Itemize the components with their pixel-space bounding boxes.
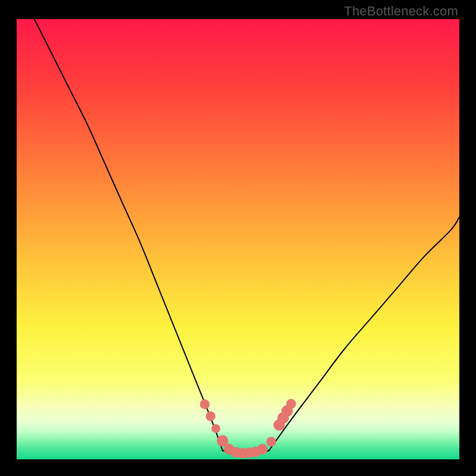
marker-dot bbox=[211, 424, 220, 433]
curve-layer bbox=[17, 19, 459, 459]
watermark-text: TheBottleneck.com bbox=[344, 4, 458, 19]
series-left-curve bbox=[35, 19, 223, 450]
marker-dot bbox=[200, 399, 209, 409]
marker-dot bbox=[257, 444, 268, 455]
chart-frame: TheBottleneck.com bbox=[0, 0, 476, 476]
plot-area bbox=[17, 19, 459, 459]
marker-dot bbox=[206, 411, 215, 421]
series-right-curve bbox=[269, 217, 459, 450]
marker-dot bbox=[286, 399, 296, 409]
marker-dot bbox=[267, 437, 276, 446]
